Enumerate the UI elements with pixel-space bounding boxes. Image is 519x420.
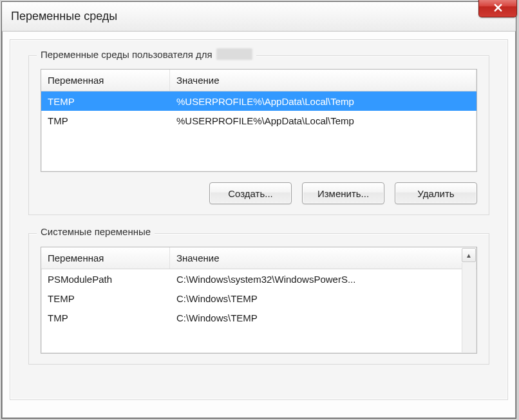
system-variables-group: Системные переменные Переменная Значение…: [28, 233, 489, 365]
close-button[interactable]: [478, 0, 517, 17]
user-col-variable[interactable]: Переменная: [41, 70, 170, 91]
user-variables-list[interactable]: Переменная Значение TEMP %USERPROFILE%\A…: [41, 69, 477, 172]
window-title: Переменные среды: [11, 10, 117, 23]
user-button-row: Создать... Изменить... Удалить: [41, 182, 477, 204]
user-cell-name: TEMP: [41, 96, 170, 107]
user-cell-value: %USERPROFILE%\AppData\Local\Temp: [170, 115, 477, 126]
username-redacted: [216, 48, 252, 60]
user-row-temp[interactable]: TEMP %USERPROFILE%\AppData\Local\Temp: [41, 91, 477, 111]
user-cell-name: TMP: [41, 115, 170, 126]
close-icon: [493, 3, 504, 12]
system-col-variable[interactable]: Переменная: [41, 247, 170, 269]
user-create-button[interactable]: Создать...: [209, 182, 292, 204]
system-variables-list[interactable]: Переменная Значение ▲ PSModulePath C:\Wi…: [41, 247, 477, 354]
user-edit-button[interactable]: Изменить...: [302, 182, 384, 204]
system-group-label-text: Системные переменные: [41, 226, 151, 237]
system-group-label: Системные переменные: [37, 226, 155, 237]
system-row[interactable]: TEMP C:\Windows\TEMP: [41, 289, 477, 308]
environment-variables-dialog: Переменные среды Переменные среды пользо…: [1, 1, 516, 419]
user-list-body: TEMP %USERPROFILE%\AppData\Local\Temp TM…: [41, 91, 477, 171]
system-cell-name: TMP: [41, 312, 170, 323]
client-area: Переменные среды пользователя для Переме…: [2, 32, 516, 418]
user-group-label-text: Переменные среды пользователя для: [41, 49, 212, 60]
system-row[interactable]: TMP C:\Windows\TEMP: [41, 308, 477, 327]
main-panel: Переменные среды пользователя для Переме…: [10, 39, 508, 400]
chevron-up-icon: ▲: [466, 252, 472, 259]
system-col-value[interactable]: Значение: [170, 247, 477, 269]
system-list-header: Переменная Значение: [41, 247, 477, 269]
user-cell-value: %USERPROFILE%\AppData\Local\Temp: [170, 96, 477, 107]
user-group-label: Переменные среды пользователя для: [37, 48, 256, 60]
system-list-body: PSModulePath C:\Windows\system32\Windows…: [41, 269, 477, 353]
user-delete-button[interactable]: Удалить: [395, 182, 477, 204]
titlebar: Переменные среды: [2, 2, 516, 32]
scroll-up-button[interactable]: ▲: [462, 248, 476, 262]
scrollbar-track[interactable]: [462, 263, 476, 352]
system-cell-value: C:\Windows\TEMP: [170, 293, 477, 304]
system-row[interactable]: PSModulePath C:\Windows\system32\Windows…: [41, 269, 477, 289]
system-cell-value: C:\Windows\TEMP: [170, 312, 477, 323]
system-cell-value: C:\Windows\system32\WindowsPowerS...: [170, 274, 477, 285]
system-cell-name: PSModulePath: [41, 274, 170, 285]
user-list-header: Переменная Значение: [41, 70, 477, 91]
user-col-value[interactable]: Значение: [170, 70, 477, 91]
user-row-tmp[interactable]: TMP %USERPROFILE%\AppData\Local\Temp: [41, 111, 477, 130]
user-variables-group: Переменные среды пользователя для Переме…: [28, 55, 489, 215]
system-cell-name: TEMP: [41, 293, 170, 304]
